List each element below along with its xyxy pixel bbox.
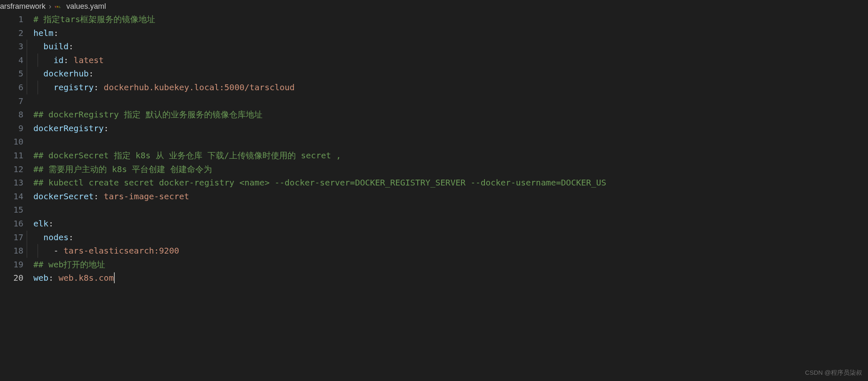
code-text: ## 需要用户主动的 k8s 平台创建 创建命令为 [33, 164, 212, 174]
code-text: id: latest [33, 55, 104, 65]
code-line[interactable]: ## 需要用户主动的 k8s 平台创建 创建命令为 [27, 163, 868, 176]
code-line[interactable]: web: web.k8s.com [27, 271, 868, 285]
line-number: 8 [0, 108, 23, 122]
text-cursor [114, 272, 115, 283]
line-number: 13 [0, 176, 23, 190]
code-line[interactable] [27, 203, 868, 217]
line-number-gutter: 1234567891011121314151617181920 [0, 13, 27, 285]
indent-guide [27, 67, 27, 81]
line-number: 20 [0, 271, 23, 285]
code-line[interactable]: ## kubectl create secret docker-registry… [27, 176, 868, 190]
line-number: 15 [0, 203, 23, 217]
code-text: dockerSecret: tars-image-secret [33, 191, 189, 201]
indent-guide [27, 40, 27, 53]
line-number: 14 [0, 190, 23, 203]
code-line[interactable]: registry: dockerhub.kubekey.local:5000/t… [27, 81, 868, 94]
code-line[interactable]: ## dockerRegistry 指定 默认的业务服务的镜像仓库地址 [27, 108, 868, 122]
indent-guide [38, 244, 38, 258]
breadcrumb[interactable]: arsframework › Y M L values.yaml [0, 0, 868, 13]
code-text: registry: dockerhub.kubekey.local:5000/t… [33, 82, 295, 92]
code-text: # 指定tars框架服务的镜像地址 [33, 14, 155, 24]
line-number: 16 [0, 217, 23, 231]
code-line[interactable]: - tars-elasticsearch:9200 [27, 244, 868, 258]
line-number: 4 [0, 53, 23, 67]
code-text: elk: [33, 218, 53, 229]
line-number: 9 [0, 122, 23, 135]
line-number: 18 [0, 244, 23, 258]
line-number: 2 [0, 26, 23, 40]
line-number: 17 [0, 231, 23, 244]
line-number: 5 [0, 67, 23, 81]
code-text: nodes: [33, 232, 73, 242]
line-number: 6 [0, 81, 23, 94]
watermark-text: CSDN @程序员柒叔 [805, 369, 862, 377]
code-line[interactable]: nodes: [27, 231, 868, 244]
breadcrumb-folder[interactable]: arsframework [0, 2, 45, 11]
svg-text:Y: Y [55, 5, 56, 9]
code-text: ## web打开的地址 [33, 259, 105, 269]
code-text: web: web.k8s.com [33, 273, 115, 283]
code-text: ## dockerSecret 指定 k8s 从 业务仓库 下载/上传镜像时使用… [33, 150, 341, 160]
code-line[interactable] [27, 94, 868, 108]
indent-guide [27, 244, 27, 258]
code-line[interactable]: dockerSecret: tars-image-secret [27, 190, 868, 203]
indent-guide [38, 81, 38, 94]
code-line[interactable]: elk: [27, 217, 868, 231]
indent-guide [27, 231, 27, 244]
line-number: 3 [0, 40, 23, 53]
line-number: 7 [0, 94, 23, 108]
indent-guide [27, 53, 27, 67]
code-text: ## dockerRegistry 指定 默认的业务服务的镜像仓库地址 [33, 109, 262, 119]
code-text: ## kubectl create secret docker-registry… [33, 178, 606, 188]
indent-guide [27, 81, 27, 94]
breadcrumb-separator-icon: › [49, 2, 51, 11]
line-number: 1 [0, 13, 23, 26]
code-text: dockerRegistry: [33, 123, 109, 133]
svg-text:L: L [59, 5, 61, 9]
line-number: 10 [0, 135, 23, 149]
code-line[interactable]: dockerRegistry: [27, 122, 868, 135]
code-line[interactable] [27, 135, 868, 149]
code-line[interactable]: ## dockerSecret 指定 k8s 从 业务仓库 下载/上传镜像时使用… [27, 149, 868, 163]
code-text: - tars-elasticsearch:9200 [33, 246, 179, 256]
code-text: build: [33, 41, 73, 51]
indent-guide [38, 53, 38, 67]
svg-text:M: M [57, 5, 58, 9]
line-number: 11 [0, 149, 23, 163]
code-text: helm: [33, 28, 58, 38]
code-content[interactable]: # 指定tars框架服务的镜像地址helm: build: id: latest… [27, 13, 868, 285]
code-line[interactable]: ## web打开的地址 [27, 258, 868, 272]
code-editor[interactable]: 1234567891011121314151617181920 # 指定tars… [0, 13, 868, 285]
code-text: dockerhub: [33, 69, 94, 79]
line-number: 12 [0, 163, 23, 176]
yaml-file-icon: Y M L [55, 3, 64, 9]
code-line[interactable]: helm: [27, 26, 868, 40]
code-line[interactable]: build: [27, 40, 868, 53]
breadcrumb-file[interactable]: values.yaml [66, 2, 106, 11]
code-line[interactable]: # 指定tars框架服务的镜像地址 [27, 13, 868, 26]
code-line[interactable]: id: latest [27, 53, 868, 67]
code-line[interactable]: dockerhub: [27, 67, 868, 81]
line-number: 19 [0, 258, 23, 272]
